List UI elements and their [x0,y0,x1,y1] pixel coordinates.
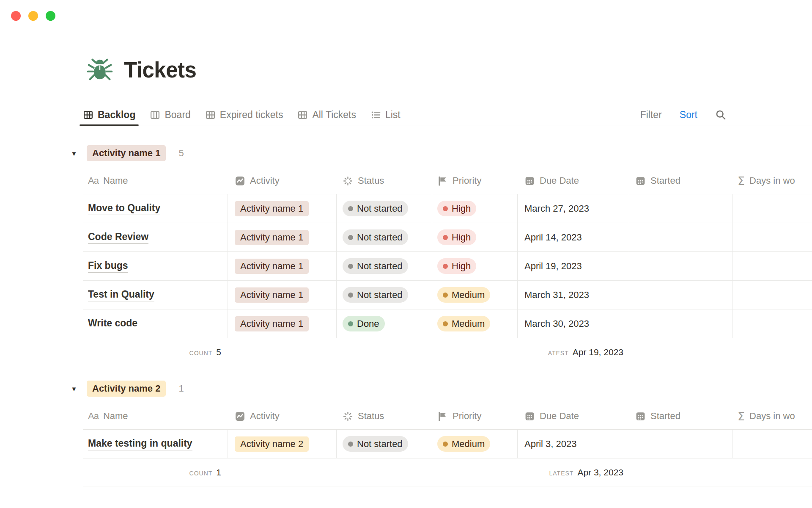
column-header-status[interactable]: Status [337,175,432,186]
column-header-activity[interactable]: Activity [228,175,337,186]
cell-name[interactable]: Code Review [83,223,228,251]
board-view-icon [150,110,160,120]
status-pill: Not started [343,258,408,274]
cell-days-in-work[interactable] [732,223,812,251]
latest-calculation[interactable]: LATEST Apr 3, 2023 [518,467,629,478]
status-dot-icon [348,442,353,447]
cell-started[interactable] [629,252,732,280]
cell-started[interactable] [629,430,732,458]
column-header-started[interactable]: Started [629,411,732,422]
window-controls [11,11,55,21]
sigma-icon: Σ [738,174,745,188]
priority-dot-icon [443,264,448,269]
cell-activity[interactable]: Activity name 1 [228,309,337,338]
bug-icon[interactable] [87,57,113,83]
priority-dot-icon [443,442,448,447]
minimize-button[interactable] [28,11,38,21]
priority-pill: Medium [437,287,490,303]
cell-due-date[interactable]: March 30, 2023 [518,309,629,338]
cell-due-date[interactable]: April 14, 2023 [518,223,629,251]
latest-calculation[interactable]: ATEST Apr 19, 2023 [518,347,629,357]
cell-priority[interactable]: High [432,194,518,223]
column-header-name[interactable]: Aa Name [83,411,228,422]
cell-started[interactable] [629,194,732,223]
tab-expired-tickets[interactable]: Expired tickets [205,105,283,125]
flag-icon [437,176,448,186]
table-row: Write code Activity name 1 Done Medium M… [83,309,812,338]
cell-priority[interactable]: Medium [432,309,518,338]
tab-backlog[interactable]: Backlog [83,105,135,125]
cell-activity[interactable]: Activity name 1 [228,252,337,280]
cell-days-in-work[interactable] [732,309,812,338]
calendar-icon [524,411,535,422]
group-badge[interactable]: Activity name 2 [87,381,166,397]
cell-status[interactable]: Done [337,309,432,338]
cell-started[interactable] [629,223,732,251]
cell-due-date[interactable]: April 3, 2023 [518,430,629,458]
cell-status[interactable]: Not started [337,194,432,223]
tab-board[interactable]: Board [150,105,190,125]
sigma-icon: Σ [738,410,745,423]
count-calculation[interactable]: COUNT 5 [83,347,228,357]
count-calculation[interactable]: COUNT 1 [83,467,228,478]
priority-pill: High [437,201,476,216]
group-activity-2: ▼ Activity name 2 1 Aa Name Activity Sta… [0,380,812,486]
view-tab-bar: Backlog Board Expired tickets All Ticket… [83,105,812,125]
calendar-icon [635,176,646,186]
cell-started[interactable] [629,309,732,338]
cell-name[interactable]: Fix bugs [83,252,228,280]
column-header-started[interactable]: Started [629,175,732,186]
cell-status[interactable]: Not started [337,430,432,458]
cell-status[interactable]: Not started [337,252,432,280]
priority-dot-icon [443,321,448,326]
column-header-activity[interactable]: Activity [228,411,337,422]
cell-priority[interactable]: High [432,252,518,280]
collapse-triangle-icon[interactable]: ▼ [70,150,78,157]
priority-dot-icon [443,206,448,211]
column-header-days-in-work[interactable]: Σ Days in wo [732,174,812,188]
sort-button[interactable]: Sort [680,109,697,121]
cell-status[interactable]: Not started [337,281,432,309]
cell-priority[interactable]: Medium [432,281,518,309]
cell-started[interactable] [629,281,732,309]
cell-name[interactable]: Make testing in quality [83,430,228,458]
cell-days-in-work[interactable] [732,252,812,280]
cell-activity[interactable]: Activity name 1 [228,281,337,309]
tab-all-tickets[interactable]: All Tickets [297,105,356,125]
maximize-button[interactable] [46,11,55,21]
cell-name[interactable]: Write code [83,309,228,338]
cell-activity[interactable]: Activity name 1 [228,223,337,251]
column-header-status[interactable]: Status [337,411,432,422]
cell-status[interactable]: Not started [337,223,432,251]
cell-name[interactable]: Test in Quality [83,281,228,309]
cell-due-date[interactable]: April 19, 2023 [518,252,629,280]
activity-icon [235,176,245,186]
close-button[interactable] [11,11,21,21]
column-header-priority[interactable]: Priority [432,175,518,186]
tab-list[interactable]: List [370,105,401,125]
spinner-icon [343,176,353,186]
group-badge[interactable]: Activity name 1 [87,145,166,161]
table-footer-row: COUNT 5 ATEST Apr 19, 2023 [83,338,812,366]
column-header-due-date[interactable]: Due Date [518,411,629,422]
status-dot-icon [348,264,353,269]
filter-button[interactable]: Filter [640,109,662,121]
cell-due-date[interactable]: March 27, 2023 [518,194,629,223]
column-header-priority[interactable]: Priority [432,411,518,422]
cell-due-date[interactable]: March 31, 2023 [518,281,629,309]
column-header-name[interactable]: Aa Name [83,175,228,186]
cell-days-in-work[interactable] [732,281,812,309]
cell-days-in-work[interactable] [732,430,812,458]
cell-activity[interactable]: Activity name 2 [228,430,337,458]
cell-days-in-work[interactable] [732,194,812,223]
table-row: Move to Quality Activity name 1 Not star… [83,194,812,223]
cell-activity[interactable]: Activity name 1 [228,194,337,223]
tickets-table: Aa Name Activity Status Priority D [83,403,812,486]
collapse-triangle-icon[interactable]: ▼ [70,385,78,392]
cell-priority[interactable]: High [432,223,518,251]
column-header-days-in-work[interactable]: Σ Days in wo [732,410,812,423]
cell-priority[interactable]: Medium [432,430,518,458]
search-icon[interactable] [715,109,727,121]
column-header-due-date[interactable]: Due Date [518,175,629,186]
cell-name[interactable]: Move to Quality [83,194,228,223]
